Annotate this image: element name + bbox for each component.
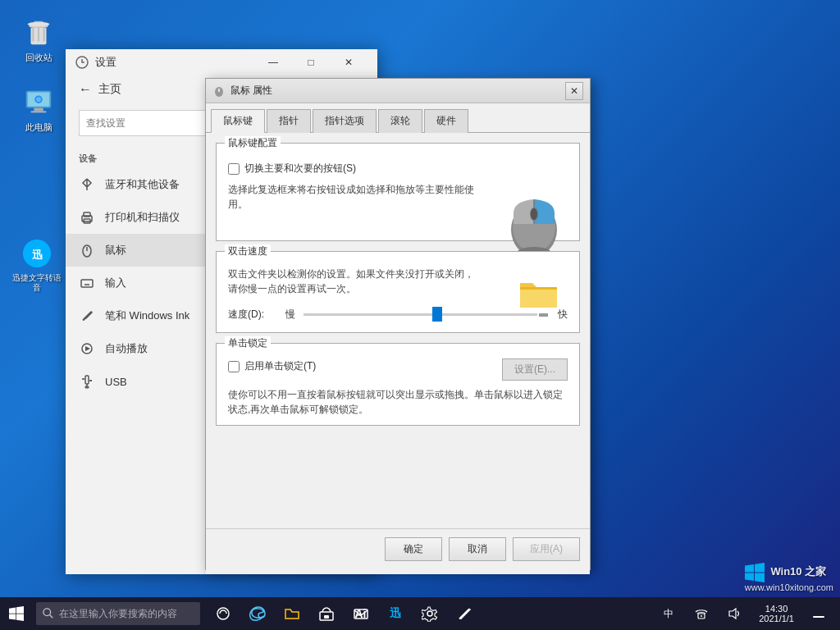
settings-home-label: 主页 [98,82,121,97]
desktop-icon-this-pc[interactable]: 此电脑 [12,82,65,137]
ai-text[interactable]: Ai [343,597,378,630]
taskbar-language[interactable]: 中 [654,597,683,630]
svg-point-6 [28,22,50,27]
settings-titlebar: 设置 — □ ✕ [66,49,377,75]
single-click-section: 单击锁定 启用单击锁定(T) 设置(E)... 使你可以不用一直按着鼠标按钮就可… [216,343,580,426]
single-click-content: 启用单击锁定(T) 设置(E)... 使你可以不用一直按着鼠标按钮就可以突出显示… [228,358,568,417]
explorer-icon [284,605,300,622]
settings-window-icon [75,56,89,69]
click-lock-label[interactable]: 启用单击锁定(T) [244,359,316,373]
mouse-properties-dialog: 鼠标 属性 ✕ 鼠标键 指针 指针选项 滚轮 硬件 鼠标键配置 切换主要和次要的… [205,78,591,570]
nav-bluetooth-label: 蓝牙和其他设备 [105,177,180,192]
notification-icon [812,607,825,620]
task-view-icon [216,606,231,621]
click-lock-settings-button[interactable]: 设置(E)... [502,358,568,381]
svg-point-12 [36,97,41,102]
printer-icon [79,209,95,226]
taskbar-notifications[interactable] [804,597,833,630]
svg-rect-17 [84,212,90,217]
folder-test-area[interactable] [514,268,563,317]
svg-rect-9 [34,108,43,112]
tab-pointers[interactable]: 指针 [267,109,311,133]
svg-text:迅: 迅 [32,249,43,261]
svg-point-47 [217,608,229,619]
mouse-icon [79,242,95,258]
settings-maximize-button[interactable]: □ [292,49,330,75]
dialog-tabs: 鼠标键 指针 指针选项 滚轮 硬件 [206,103,590,133]
taskbar-store[interactable] [310,597,343,630]
tab-buttons[interactable]: 鼠标键 [211,109,265,133]
svg-rect-21 [81,280,93,287]
usb-icon [79,373,95,390]
taskbar-date: 2021/1/1 [759,614,794,623]
edge-icon [249,605,266,622]
single-click-desc: 使你可以不用一直按着鼠标按钮就可以突出显示或拖拽。单击鼠标以进入锁定状态,再次单… [228,387,568,417]
win10-url: www.win10xitong.com [745,582,833,592]
cancel-button[interactable]: 取消 [449,537,506,561]
xunjie-label: 迅捷文字转语音 [11,273,62,293]
apply-button[interactable]: 应用(A) [513,537,580,561]
dialog-footer: 确定 取消 应用(A) [206,528,590,569]
dialog-title: 鼠标 属性 [231,84,565,98]
swap-buttons-label[interactable]: 切换主要和次要的按钮(S) [244,162,356,176]
slow-label: 慢 [285,308,295,322]
double-click-section: 双击速度 双击文件夹以检测你的设置。如果文件夹没打开或关闭，请你慢一点的设置再试… [216,251,580,333]
settings-close-button[interactable]: ✕ [330,49,368,75]
settings-window-title: 设置 [95,55,116,70]
tab-hardware[interactable]: 硬件 [424,109,468,133]
svg-rect-4 [38,27,39,41]
taskbar-volume-icon[interactable] [719,597,749,630]
dialog-body: 鼠标键配置 切换主要和次要的按钮(S) 选择此复选框来将右按钮设成如选择和拖放等… [206,133,590,551]
ok-button[interactable]: 确定 [385,537,442,561]
this-pc-label: 此电脑 [25,121,52,134]
nav-pen-label: 笔和 Windows Ink [105,308,189,323]
slider-thumb[interactable] [432,307,442,322]
click-lock-checkbox[interactable] [228,361,240,372]
swap-buttons-row: 切换主要和次要的按钮(S) [228,162,568,176]
this-pc-icon [22,85,55,118]
taskbar-edge[interactable] [241,597,274,630]
settings-minimize-button[interactable]: — [254,49,292,75]
nav-input-label: 输入 [105,276,126,290]
button-config-title: 鼠标键配置 [225,136,281,150]
nav-usb-label: USB [105,376,127,388]
taskbar: 迅 Ai 中 [0,597,840,630]
settings-window-controls: — □ ✕ [254,49,368,75]
nav-printer-label: 打印机和扫描仪 [105,210,180,225]
button-config-desc: 选择此复选框来将右按钮设成如选择和拖放等主要性能使用。 [228,182,474,212]
taskbar-task-view[interactable] [207,597,240,630]
svg-point-54 [701,615,702,617]
svg-point-42 [531,208,537,220]
store-icon [318,605,335,622]
win10-watermark: Win10 之家 www.win10xitong.com [745,563,833,592]
svg-point-45 [43,609,51,616]
desktop-icon-recycle-bin[interactable]: 回收站 [12,12,65,67]
taskbar-pen[interactable] [448,597,481,630]
desktop-icon-xunjie[interactable]: 迅 迅捷文字转语音 [8,234,66,296]
taskbar-search[interactable] [36,602,200,625]
taskbar-settings[interactable] [413,597,446,630]
bluetooth-icon [79,176,95,193]
svg-rect-3 [32,27,34,41]
taskbar-time[interactable]: 14:30 2021/1/1 [752,597,801,630]
swap-buttons-checkbox[interactable] [228,163,240,175]
slider-track [304,313,537,316]
taskbar-xunjie[interactable]: 迅 [379,597,412,630]
svg-line-46 [50,615,53,619]
desktop: 回收站 此电脑 迅 迅捷文字转语音 [0,0,840,630]
windows-logo-icon [745,563,765,582]
taskbar-explorer[interactable] [276,597,308,630]
taskbar-search-input[interactable] [59,608,190,619]
tab-wheel[interactable]: 滚轮 [378,109,422,133]
taskbar-network-icon[interactable] [687,597,716,630]
start-icon [9,606,24,621]
recycle-bin-label: 回收站 [25,52,52,64]
start-button[interactable] [0,597,33,630]
dialog-close-button[interactable]: ✕ [565,82,583,100]
tab-pointer-options[interactable]: 指针选项 [313,109,377,133]
svg-rect-29 [85,376,89,384]
speed-slider[interactable] [304,306,550,322]
svg-point-51 [427,611,432,616]
click-lock-row: 启用单击锁定(T) [228,359,316,373]
volume-icon [728,607,741,620]
